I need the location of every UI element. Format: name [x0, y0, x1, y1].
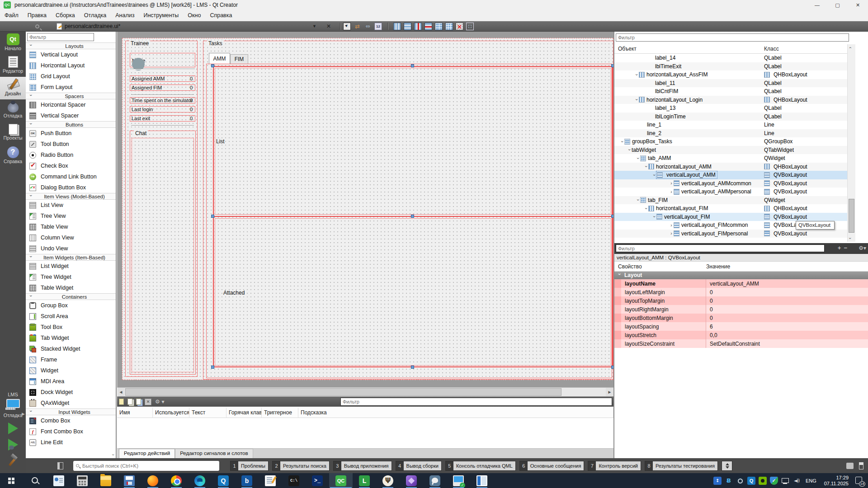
widget-item-tool-button[interactable]: Tool Button — [26, 139, 116, 150]
column-property[interactable]: Свойство — [618, 263, 642, 270]
property-value[interactable]: verticalLayout_AMM — [706, 279, 868, 288]
action-filter-input[interactable] — [340, 398, 612, 406]
tree-row-horizontalLayout_AMM[interactable]: ›horizontalLayout_AMMQHBoxLayout — [614, 163, 847, 171]
tree-row-verticalLayout_AMM[interactable]: ›verticalLayout_AMMQVBoxLayout — [614, 171, 847, 179]
widget-item-undo-view[interactable]: Undo View — [26, 243, 116, 254]
output-pane-1[interactable]: 1Проблемы — [230, 461, 269, 471]
list-label[interactable]: List — [216, 138, 225, 145]
widget-item-form-layout[interactable]: Form Layout — [26, 82, 116, 93]
field-row-assigned-fim[interactable]: Assigned FIM0 — [130, 84, 195, 91]
chevron-down-icon[interactable]: › — [620, 139, 625, 144]
layout-horizontally-icon[interactable] — [393, 23, 401, 30]
chevron-right-icon[interactable]: › — [669, 181, 674, 186]
property-value[interactable]: SetDefaultConstraint — [706, 339, 868, 348]
name-field-row[interactable]: Name — [130, 53, 195, 67]
close-document-icon[interactable]: ✕ — [326, 23, 331, 29]
field-row-last-login[interactable]: Last login0 — [130, 106, 195, 113]
property-section-layout[interactable]: › Layout — [614, 272, 868, 279]
tree-row-tabWidget[interactable]: ›tabWidgetQTabWidget — [614, 146, 847, 155]
scroll-down-icon[interactable]: › — [111, 454, 116, 455]
scroll-down-icon[interactable]: › — [848, 238, 853, 239]
tab-AMM[interactable]: AMM — [209, 53, 230, 64]
network-icon[interactable] — [781, 477, 789, 485]
tab-FIM[interactable]: FIM — [230, 54, 248, 64]
locator-input[interactable] — [81, 463, 217, 469]
action-column-Используется[interactable]: Используется — [153, 408, 189, 418]
debug-run-icon[interactable] — [8, 439, 18, 450]
q-tray-icon[interactable] — [747, 477, 755, 485]
scroll-left-icon[interactable]: ◄ — [117, 388, 125, 396]
widget-item-dock-widget[interactable]: Dock Widget — [26, 387, 116, 398]
widget-category-Item Widgets (Item-Based)[interactable]: ›Item Widgets (Item-Based) — [26, 254, 116, 261]
action-column-Горячая клавиш[interactable]: Горячая клавиш — [226, 408, 262, 418]
tree-row-line_2[interactable]: line_2Line — [614, 129, 847, 138]
toggle-sidebar-icon[interactable] — [57, 462, 63, 469]
taskbar-qtcreator[interactable]: QC — [329, 473, 353, 488]
object-inspector-filter-input[interactable] — [616, 33, 849, 42]
selection-handle[interactable] — [411, 64, 414, 67]
taskbar-pc-health[interactable] — [447, 473, 470, 488]
splitter-horizontal-icon[interactable] — [414, 23, 422, 30]
nvidia-icon[interactable] — [759, 477, 767, 485]
property-value[interactable]: 0 — [706, 314, 868, 322]
tree-row-horizontalLayout_FIM[interactable]: ›horizontalLayout_FIMQHBoxLayout — [614, 204, 847, 213]
chevron-down-icon[interactable]: › — [634, 72, 639, 77]
widget-item-list-view[interactable]: List View — [26, 200, 116, 211]
chevron-down-icon[interactable]: ▼ — [312, 24, 316, 28]
chevron-down-icon[interactable]: › — [644, 206, 649, 211]
widget-item-tool-box[interactable]: Tool Box — [26, 322, 116, 333]
mode-item-debug[interactable]: Отладка — [0, 99, 26, 122]
selection-handle[interactable] — [611, 366, 613, 369]
taskbar-purple-app[interactable] — [400, 473, 423, 488]
widget-item-tree-view[interactable]: Tree View — [26, 211, 116, 221]
output-pane-8[interactable]: 8Результаты тестирования — [645, 461, 718, 471]
widget-item-check-box[interactable]: Check Box — [26, 160, 116, 171]
field-row-time-spent-on-the-simulator[interactable]: Time spent on the simulator0 — [130, 97, 195, 103]
property-row-layoutTopMargin[interactable]: layoutTopMargin0 — [614, 296, 868, 305]
widget-item-tab-widget[interactable]: Tab Widget — [26, 333, 116, 343]
field-row-last-exit[interactable]: Last exit0 — [130, 115, 195, 122]
edit-widgets-icon[interactable] — [343, 23, 351, 30]
selection-handle[interactable] — [211, 64, 214, 67]
widget-item-table-view[interactable]: Table View — [26, 221, 116, 232]
menu-item-Анализ[interactable]: Анализ — [111, 10, 139, 21]
column-object[interactable]: Объект — [618, 46, 637, 52]
tree-row-verticalLayout_FIM[interactable]: ›verticalLayout_FIMQVBoxLayout — [614, 213, 847, 221]
selection-handle[interactable] — [211, 215, 214, 218]
new-action-icon[interactable] — [119, 399, 124, 405]
menu-item-Отладка[interactable]: Отладка — [80, 10, 111, 21]
property-row-layoutLeftMargin[interactable]: layoutLeftMargin0 — [614, 288, 868, 296]
property-value[interactable]: 6 — [706, 322, 868, 331]
property-row-layoutBottomMargin[interactable]: layoutBottomMargin0 — [614, 314, 868, 322]
property-row-layoutRightMargin[interactable]: layoutRightMargin0 — [614, 305, 868, 314]
edit-signals-slots-icon[interactable] — [354, 23, 361, 30]
groupbox-chat[interactable]: Chat — [130, 131, 196, 375]
selection-handle[interactable] — [411, 366, 414, 369]
taskbar-calculator[interactable] — [71, 473, 94, 488]
widget-item-dialog-button-box[interactable]: Dialog Button Box — [26, 182, 116, 193]
widget-box-filter-input[interactable] — [27, 33, 94, 41]
taskbar-notepad[interactable] — [259, 473, 282, 488]
taskbar-explorer[interactable] — [94, 473, 118, 488]
property-row-layoutName[interactable]: layoutNameverticalLayout_AMM — [614, 279, 868, 288]
open-document-selector[interactable]: personalcardtrainee.ui* ▼ — [57, 22, 316, 31]
output-pane-6[interactable]: 6Основные сообщения — [519, 461, 585, 471]
output-pane-4[interactable]: 4Вывод сборки — [396, 461, 442, 471]
widget-item-radio-button[interactable]: Radio Button — [26, 150, 116, 160]
widget-item-column-view[interactable]: Column View — [26, 232, 116, 243]
menu-item-Инструменты[interactable]: Инструменты — [139, 10, 183, 21]
attached-label[interactable]: Attached — [223, 290, 245, 296]
tree-row-groupBox_Tasks[interactable]: ›groupBox_TasksQGroupBox — [614, 137, 847, 146]
taskbar-dbeaver[interactable] — [376, 473, 400, 488]
configure-actions-icon[interactable]: ⚙ ▾ — [155, 399, 165, 405]
widget-item-qaxwidget[interactable]: QAxWidget — [26, 398, 116, 408]
edit-tab-order-icon[interactable] — [374, 23, 382, 30]
notifications-icon[interactable]: 14 — [854, 476, 863, 485]
chevron-down-icon[interactable]: › — [634, 98, 639, 102]
widget-category-Layouts[interactable]: ›Layouts — [26, 42, 116, 49]
chevron-down-icon[interactable]: › — [652, 215, 657, 219]
widget-item-frame[interactable]: Frame — [26, 354, 116, 365]
object-inspector-scrollbar[interactable]: › › — [847, 44, 855, 242]
widget-category-Spacers[interactable]: ›Spacers — [26, 93, 116, 99]
property-value[interactable]: 0 — [706, 305, 868, 314]
